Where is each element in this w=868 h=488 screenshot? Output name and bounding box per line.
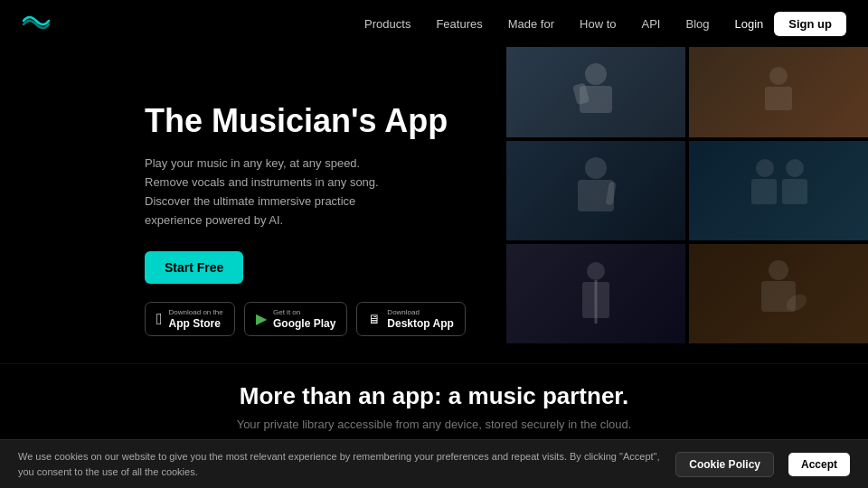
svg-rect-1 (580, 86, 612, 113)
hero-description: Play your music in any key, at any speed… (145, 155, 407, 230)
bottom-title: More than an app: a music partner. (0, 382, 868, 410)
nav-made-for[interactable]: Made for (508, 17, 554, 31)
photo-2 (689, 47, 868, 137)
cookie-text: We use cookies on our website to give yo… (18, 449, 661, 479)
svg-rect-7 (606, 182, 617, 205)
photo-5 (506, 244, 685, 343)
desktop-label: Desktop App (387, 317, 454, 330)
google-play-button[interactable]: ▶ Get it on Google Play (244, 302, 347, 336)
svg-point-0 (585, 63, 607, 85)
cookie-policy-button[interactable]: Cookie Policy (675, 452, 774, 477)
google-play-icon: ▶ (256, 312, 267, 326)
svg-rect-6 (578, 180, 614, 211)
cookie-banner: We use cookies on our website to give yo… (0, 439, 868, 488)
nav-features[interactable]: Features (436, 17, 482, 31)
navbar: Products Features Made for How to API Bl… (0, 0, 868, 47)
start-free-button[interactable]: Start Free (145, 251, 243, 284)
bottom-subtitle: Your private library accessible from any… (0, 418, 868, 431)
svg-point-3 (769, 67, 788, 85)
svg-point-12 (587, 262, 605, 280)
svg-rect-16 (761, 281, 796, 312)
nav-how-to[interactable]: How to (580, 17, 616, 31)
nav-blog[interactable]: Blog (685, 17, 709, 31)
store-buttons:  Download on the App Store ▶ Get it on … (145, 302, 470, 336)
photo-3-silhouette (506, 141, 685, 240)
svg-rect-11 (782, 179, 807, 204)
photo-6 (689, 244, 868, 343)
login-button[interactable]: Login (735, 17, 764, 31)
svg-rect-4 (765, 87, 792, 110)
svg-point-5 (585, 157, 607, 179)
app-store-button[interactable]:  Download on the App Store (145, 302, 235, 336)
hero-content: The Musician's App Play your music in an… (145, 56, 470, 363)
accept-button[interactable]: Accept (788, 453, 850, 476)
photo-grid (506, 47, 868, 372)
svg-point-8 (756, 159, 774, 177)
desktop-icon: 🖥 (368, 313, 381, 325)
svg-point-17 (784, 291, 810, 314)
app-store-label: App Store (169, 317, 223, 330)
nav-links: Products Features Made for How to API Bl… (364, 17, 709, 31)
desktop-label-small: Download (387, 308, 454, 317)
apple-icon:  (156, 311, 163, 327)
photo-3 (506, 141, 685, 240)
google-play-label: Google Play (273, 317, 335, 330)
svg-rect-9 (751, 179, 777, 204)
photo-1 (506, 47, 685, 137)
photo-2-silhouette (689, 47, 868, 137)
photo-5-silhouette (506, 244, 685, 343)
svg-point-10 (786, 159, 804, 177)
svg-point-15 (769, 260, 788, 280)
nav-auth: Login Sign up (735, 12, 846, 36)
app-store-label-small: Download on the (169, 308, 223, 317)
logo[interactable] (22, 12, 51, 35)
desktop-app-button[interactable]: 🖥 Download Desktop App (356, 302, 466, 336)
photo-1-silhouette (506, 47, 685, 137)
svg-rect-13 (582, 282, 609, 318)
hero-section: The Musician's App Play your music in an… (0, 56, 868, 363)
photo-4-silhouette (689, 141, 868, 240)
signup-button[interactable]: Sign up (774, 12, 846, 36)
nav-api[interactable]: API (642, 17, 661, 31)
svg-rect-2 (572, 82, 590, 105)
photo-4 (689, 141, 868, 240)
hero-title: The Musician's App (145, 101, 470, 140)
bottom-section: More than an app: a music partner. Your … (0, 363, 868, 446)
google-play-label-small: Get it on (273, 308, 335, 317)
nav-products[interactable]: Products (364, 17, 410, 31)
photo-6-silhouette (689, 244, 868, 343)
